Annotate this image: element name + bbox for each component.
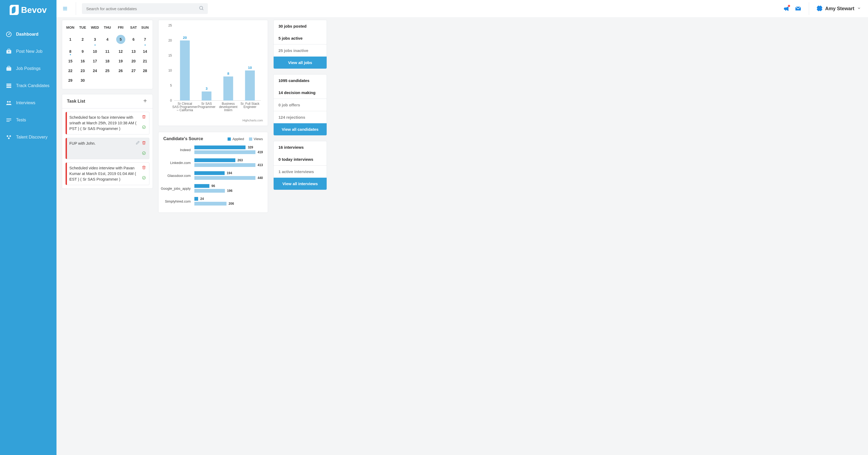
candidate-source-card: Candidate's Source Applied Views Indeed3… [158, 132, 268, 213]
view-all-candidates-button[interactable]: View all candidates [274, 123, 327, 135]
sidebar-item-tests[interactable]: Tests [0, 111, 57, 129]
delete-task-button[interactable] [142, 165, 146, 170]
sidebar-item-dashboard[interactable]: Dashboard [0, 26, 57, 43]
search-box[interactable] [82, 3, 208, 14]
source-bar: 440 [194, 176, 263, 180]
menu-toggle[interactable] [57, 0, 74, 17]
calendar-cell[interactable]: 28 [139, 66, 151, 76]
sidebar-item-post-new-job[interactable]: Post New Job [0, 43, 57, 60]
svg-text:20: 20 [183, 36, 187, 40]
calendar-cell[interactable]: 19 [113, 56, 128, 66]
source-row: Indeed329419 [160, 145, 268, 154]
svg-text:25: 25 [168, 24, 172, 27]
calendar-cell[interactable]: 7 [139, 32, 151, 47]
svg-rect-6 [6, 87, 11, 88]
source-bar: 196 [194, 189, 263, 193]
logo-text: Bevov [21, 5, 46, 15]
calendar-cell[interactable]: 16 [77, 56, 88, 66]
task-item[interactable]: FUP with John. [65, 138, 149, 159]
divider [76, 2, 76, 15]
calendar-cell[interactable]: 9 [77, 47, 88, 56]
calendar-dow: MON [64, 23, 77, 32]
track-candidates-icon [5, 83, 12, 89]
calendar-cell [113, 76, 128, 85]
candidates-row: 124 rejections [274, 111, 327, 123]
edit-task-button[interactable] [136, 141, 140, 146]
calendar-cell[interactable]: 4 [101, 32, 113, 47]
legend: Applied Views [227, 137, 263, 141]
source-value: 263 [238, 159, 243, 162]
tests-icon [5, 117, 12, 123]
task-done-icon [142, 125, 146, 130]
legend-swatch-views [249, 138, 252, 141]
source-value: 329 [248, 145, 253, 149]
jobs-bar-chart: 051015202520Sr ClinicalSAS Programmer– C… [158, 20, 268, 126]
add-task-button[interactable] [143, 98, 148, 105]
calendar-cell[interactable]: 24 [88, 66, 101, 76]
calendar: MONTUEWEDTHUFRISATSUN 123456789101112131… [62, 20, 153, 89]
calendar-cell[interactable]: 6 [128, 32, 139, 47]
source-bar: 419 [194, 150, 263, 154]
calendar-cell[interactable]: 30 [77, 76, 88, 85]
calendar-cell[interactable]: 1 [64, 32, 77, 47]
source-bars: 194440 [194, 171, 263, 180]
source-bar: 194 [194, 171, 263, 175]
jobs-row: 25 jobs inactive [274, 44, 327, 57]
calendar-cell[interactable]: 12 [113, 47, 128, 56]
source-label: Linkedin.com [160, 161, 192, 165]
calendar-cell[interactable]: 18 [101, 56, 113, 66]
view-all-jobs-button[interactable]: View all jobs [274, 57, 327, 68]
plus-icon [143, 98, 148, 104]
view-all-interviews-button[interactable]: View all interviews [274, 178, 327, 190]
calendar-cell[interactable]: 8 [64, 47, 77, 56]
svg-text:– California: – California [177, 108, 193, 112]
search-input[interactable] [86, 6, 199, 11]
chart-attribution: Highcharts.com [163, 118, 263, 122]
svg-rect-5 [6, 85, 11, 86]
candidates-row: 0 job offers [274, 98, 327, 111]
sidebar-item-talent-discovery[interactable]: Talent Discovery [0, 129, 57, 146]
calendar-cell[interactable]: 10 [88, 47, 101, 56]
sidebar-item-label: Track Candidates [16, 83, 50, 88]
calendar-cell[interactable]: 17 [88, 56, 101, 66]
calendar-cell[interactable]: 3 [88, 32, 101, 47]
candidate-source-header: Candidate's Source Applied Views [158, 132, 268, 145]
sidebar-item-job-postings[interactable]: Job Postings [0, 60, 57, 77]
calendar-cell[interactable]: 29 [64, 76, 77, 85]
task-done-icon [142, 176, 146, 181]
calendar-cell[interactable]: 22 [64, 66, 77, 76]
calendar-dow: TUE [77, 23, 88, 32]
svg-text:Engineer: Engineer [243, 105, 256, 109]
calendar-cell[interactable]: 26 [113, 66, 128, 76]
source-bar: 206 [194, 202, 263, 205]
svg-rect-37 [202, 91, 211, 101]
task-tools [136, 141, 146, 156]
calendar-cell[interactable]: 2 [77, 32, 88, 47]
calendar-cell[interactable]: 21 [139, 56, 151, 66]
calendar-cell[interactable]: 27 [128, 66, 139, 76]
calendar-dow: FRI [113, 23, 128, 32]
calendar-dow: SUN [139, 23, 151, 32]
svg-point-8 [9, 101, 11, 103]
calendar-cell[interactable]: 5 [113, 32, 128, 47]
calendar-cell[interactable]: 23 [77, 66, 88, 76]
sidebar-item-label: Job Postings [16, 66, 41, 71]
svg-text:10: 10 [248, 66, 252, 70]
delete-task-button[interactable] [142, 141, 146, 146]
source-value: 24 [200, 197, 204, 201]
sidebar-item-track-candidates[interactable]: Track Candidates [0, 77, 57, 94]
delete-task-button[interactable] [142, 115, 146, 120]
sidebar-item-interviews[interactable]: Interviews [0, 94, 57, 111]
logo[interactable]: Bevov [0, 5, 57, 15]
calendar-cell[interactable]: 13 [128, 47, 139, 56]
calendar-cell[interactable]: 20 [128, 56, 139, 66]
calendar-cell[interactable]: 25 [101, 66, 113, 76]
task-item[interactable]: Scheduled face to face interview with sr… [65, 112, 149, 135]
calendar-cell[interactable]: 11 [101, 47, 113, 56]
calendar-cell[interactable]: 14 [139, 47, 151, 56]
task-item[interactable]: Scheduled video interview with Pavan Kum… [65, 162, 149, 185]
talent-discovery-icon [5, 134, 12, 140]
interviews-row: 0 today interviews [274, 153, 327, 165]
post-new-job-icon [5, 48, 12, 55]
calendar-cell[interactable]: 15 [64, 56, 77, 66]
